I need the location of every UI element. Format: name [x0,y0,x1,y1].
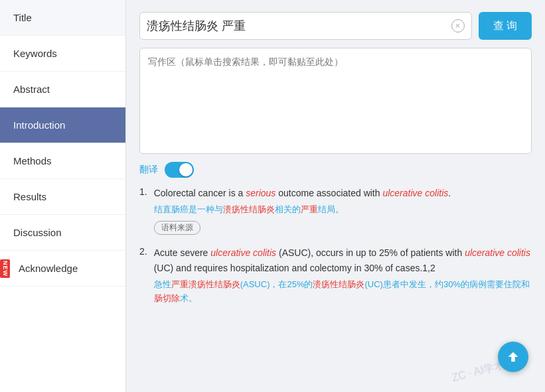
result-number-label: 1. [139,186,147,197]
sidebar: TitleKeywordsAbstractIntroductionMethods… [0,0,126,392]
sidebar-item-label: Results [13,191,46,202]
sidebar-item-acknowledge[interactable]: NEWAcknowledge [0,251,125,287]
sidebar-item-title[interactable]: Title [0,0,125,36]
search-input[interactable] [147,19,451,33]
result-number-label: 2. [139,246,147,257]
sidebar-item-label: Methods [13,155,52,166]
clear-button[interactable]: × [451,19,465,33]
result-content: Acute severe ulcerative colitis (ASUC), … [154,245,532,309]
sidebar-item-discussion[interactable]: Discussion [0,215,125,251]
result-en-text: Acute severe ulcerative colitis (ASUC), … [154,245,532,275]
scroll-up-button[interactable] [498,342,528,372]
result-item-2: 2.Acute severe ulcerative colitis (ASUC)… [139,245,532,309]
result-number-row: 2.Acute severe ulcerative colitis (ASUC)… [139,245,532,309]
result-content: Colorectal cancer is a serious outcome a… [154,186,532,235]
search-bar: × 查 询 [139,12,532,40]
main-content: × 查 询 翻译 1.Colorectal cancer is a seriou… [126,0,545,392]
result-en-text: Colorectal cancer is a serious outcome a… [154,186,532,200]
result-zh-text: 结直肠癌是一种与溃疡性结肠炎相关的严重结局。 [154,203,532,217]
query-button[interactable]: 查 询 [479,12,532,40]
source-tag[interactable]: 语料来源 [154,221,200,235]
result-item-1: 1.Colorectal cancer is a serious outcome… [139,186,532,235]
translate-label: 翻译 [139,164,158,176]
new-badge: NEW [0,259,10,278]
result-zh-text: 急性严重溃疡性结肠炎(ASUC)，在25%的溃疡性结肠炎(UC)患者中发生，约3… [154,278,532,306]
sidebar-item-keywords[interactable]: Keywords [0,36,125,72]
results-list: 1.Colorectal cancer is a serious outcome… [139,186,532,310]
sidebar-item-abstract[interactable]: Abstract [0,72,125,107]
result-number-row: 1.Colorectal cancer is a serious outcome… [139,186,532,235]
translate-toggle[interactable] [165,162,194,178]
sidebar-item-methods[interactable]: Methods [0,143,125,179]
sidebar-item-results[interactable]: Results [0,179,125,215]
sidebar-item-label: Introduction [13,119,65,131]
translate-row: 翻译 [139,162,532,178]
sidebar-item-label: Acknowledge [19,263,78,274]
writing-area[interactable] [139,48,532,154]
sidebar-item-introduction[interactable]: Introduction [0,107,125,143]
sidebar-item-label: Discussion [13,227,62,238]
search-input-wrapper: × [139,12,472,40]
sidebar-item-label: Abstract [13,84,50,95]
sidebar-item-label: Keywords [13,48,57,59]
sidebar-item-label: Title [13,12,32,23]
